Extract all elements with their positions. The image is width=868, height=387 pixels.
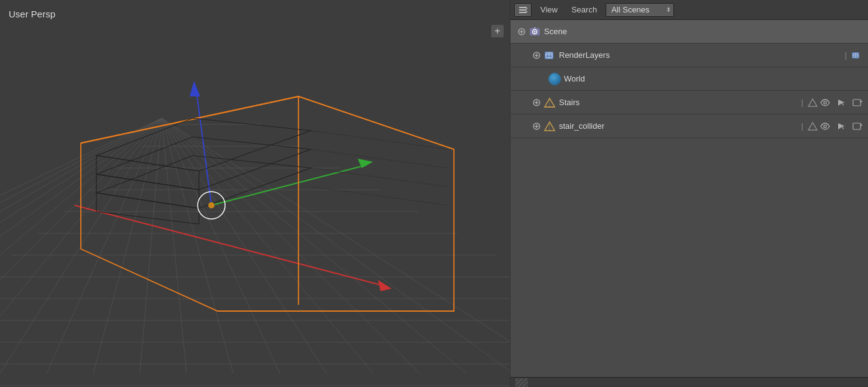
tree-item-renderlayers[interactable]: RenderLayers | <box>510 44 868 67</box>
outliner-header: View Search All Scenes ⬍ <box>510 0 868 20</box>
svg-rect-0 <box>519 7 527 8</box>
svg-point-33 <box>861 100 862 102</box>
svg-rect-32 <box>853 100 861 106</box>
tree-item-stairs[interactable]: Stairs | <box>510 91 868 114</box>
svg-marker-29 <box>808 99 817 106</box>
search-button[interactable]: Search <box>566 3 602 17</box>
world-icon <box>548 72 561 86</box>
list-icon <box>518 5 528 15</box>
svg-point-30 <box>824 101 826 103</box>
renderlayers-label: RenderLayers <box>559 50 841 60</box>
svg-rect-1 <box>519 9 527 11</box>
renderlayers-sep: | <box>845 50 847 60</box>
stairs-render-icon[interactable] <box>852 97 863 108</box>
svg-point-40 <box>824 124 826 127</box>
stairs-sep: | <box>801 98 803 107</box>
stair-collider-actions <box>820 121 863 132</box>
renderlayers-extra-icon <box>851 50 862 61</box>
viewport-add-button[interactable]: + <box>491 25 504 37</box>
stair-collider-filter-icon <box>807 121 818 132</box>
svg-rect-11 <box>533 27 536 29</box>
scene-label: Scene <box>544 27 863 36</box>
svg-marker-41 <box>838 123 845 129</box>
svg-marker-31 <box>838 100 845 106</box>
world-label: World <box>564 74 863 83</box>
svg-rect-42 <box>853 123 861 129</box>
stairs-select-icon[interactable] <box>836 97 847 108</box>
svg-rect-2 <box>519 12 527 13</box>
stairs-visibility-icon[interactable] <box>820 97 831 108</box>
diagonal-pattern <box>515 378 528 387</box>
viewport-canvas <box>0 0 510 387</box>
all-scenes-dropdown[interactable]: All Scenes ⬍ <box>606 3 674 17</box>
stairs-filter-icon <box>807 97 818 108</box>
view-menu-button[interactable]: View <box>535 3 563 17</box>
tree-item-scene[interactable]: Scene <box>510 20 868 44</box>
scene-icon <box>528 25 542 39</box>
stairs-actions <box>820 97 863 108</box>
stair-collider-visibility-icon[interactable] <box>820 121 831 132</box>
stair-collider-render-icon[interactable] <box>852 121 863 132</box>
stairs-mesh-icon <box>543 96 556 110</box>
outliner-panel: View Search All Scenes ⬍ Scene <box>510 0 868 387</box>
stair-collider-label: stair_collider <box>559 121 798 131</box>
svg-point-43 <box>861 124 862 126</box>
tree-item-world[interactable]: World <box>510 67 868 91</box>
stairs-label: Stairs <box>559 98 798 107</box>
stair-collider-select-icon[interactable] <box>836 121 847 132</box>
dropdown-arrow-icon: ⬍ <box>666 6 671 13</box>
renderlayers-icon <box>543 49 556 62</box>
svg-marker-39 <box>808 123 817 130</box>
expand-stair-collider[interactable] <box>530 120 543 133</box>
svg-point-10 <box>534 30 535 32</box>
expand-stairs[interactable] <box>530 96 543 109</box>
viewport-label: User Persp <box>9 9 55 19</box>
tree-item-stair-collider[interactable]: stair_collider | <box>510 114 868 138</box>
outliner-tree[interactable]: Scene RenderLayers | <box>510 20 868 377</box>
viewport-3d[interactable]: User Persp + <box>0 0 510 387</box>
expand-scene[interactable] <box>515 26 528 38</box>
outliner-icon-button[interactable] <box>514 3 532 17</box>
expand-renderlayers[interactable] <box>530 49 543 62</box>
stair-collider-sep: | <box>801 121 803 131</box>
outliner-bottom-strip <box>510 377 868 387</box>
stair-collider-mesh-icon <box>543 119 556 133</box>
